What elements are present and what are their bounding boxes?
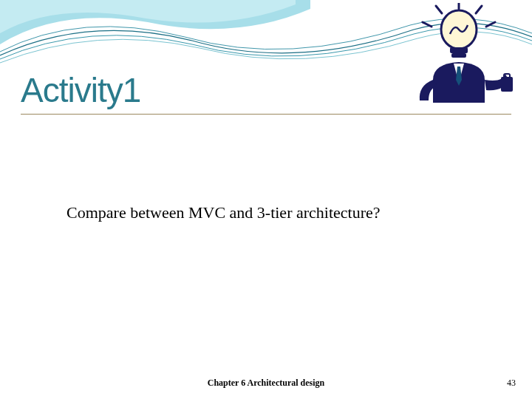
svg-rect-7 xyxy=(451,53,466,58)
svg-line-2 xyxy=(476,6,482,13)
title-underline xyxy=(21,114,511,115)
page-number: 43 xyxy=(507,378,516,389)
idea-person-icon xyxy=(403,3,514,103)
body-text: Compare between MVC and 3-tier architect… xyxy=(66,203,381,222)
slide-title: Activity1 xyxy=(21,70,140,110)
svg-line-4 xyxy=(486,22,495,27)
svg-line-1 xyxy=(436,6,442,13)
svg-rect-6 xyxy=(450,47,468,53)
svg-line-3 xyxy=(423,22,432,27)
footer-chapter: Chapter 6 Architectural design xyxy=(0,378,532,389)
